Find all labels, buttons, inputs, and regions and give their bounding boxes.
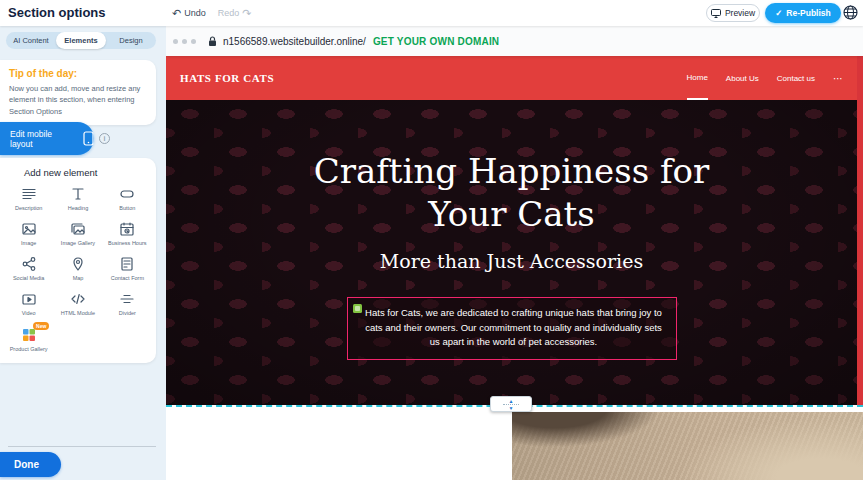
- site-header: HATS FOR CATS Home About Us Contact us ⋯: [166, 56, 857, 100]
- element-drag-handle-icon[interactable]: [353, 304, 362, 313]
- redo-icon: ↷: [242, 8, 251, 19]
- edit-mobile-layout-button[interactable]: Edit mobile layout: [0, 122, 94, 155]
- edit-mobile-label: Edit mobile layout: [10, 129, 77, 149]
- video-icon: [21, 291, 37, 307]
- hero-section: Crafting Happiness for Your Cats More th…: [166, 100, 857, 405]
- social-media-icon: [21, 256, 37, 272]
- site-url: n1566589.websitebuilder.online/: [223, 36, 366, 47]
- republish-button[interactable]: ✓ Re-Publish: [765, 3, 841, 23]
- hero-heading[interactable]: Crafting Happiness for Your Cats: [297, 150, 727, 236]
- top-bar: Section options ↶ Undo Redo ↷ Preview ✓ …: [0, 0, 863, 26]
- get-domain-link[interactable]: GET YOUR OWN DOMAIN: [373, 36, 499, 47]
- undo-icon: ↶: [172, 8, 181, 19]
- browser-bar: n1566589.websitebuilder.online/ GET YOUR…: [166, 26, 863, 56]
- new-badge: New: [33, 322, 49, 330]
- monitor-icon: [711, 9, 721, 18]
- redo-button[interactable]: Redo ↷: [218, 8, 252, 19]
- add-element-title: Add new element: [4, 167, 152, 178]
- undo-label: Undo: [184, 8, 206, 18]
- nav-contact-us[interactable]: Contact us: [777, 56, 815, 100]
- history-controls: ↶ Undo Redo ↷: [172, 0, 251, 26]
- phone-icon: [83, 131, 94, 146]
- element-heading[interactable]: Heading: [53, 186, 102, 212]
- window-dot: [191, 39, 196, 44]
- element-product-gallery[interactable]: New Product Gallery: [4, 327, 53, 353]
- check-icon: ✓: [775, 8, 782, 18]
- description-icon: [21, 186, 37, 202]
- site-nav: Home About Us Contact us ⋯: [687, 56, 844, 100]
- image-icon: [21, 221, 37, 237]
- editor-canvas: n1566589.websitebuilder.online/ GET YOUR…: [166, 26, 863, 480]
- sidebar: AI Content Elements Design Tip of the da…: [0, 26, 166, 480]
- heading-icon: [70, 186, 86, 202]
- globe-icon: [843, 5, 858, 20]
- app-window: Section options ↶ Undo Redo ↷ Preview ✓ …: [0, 0, 863, 480]
- tip-card: Tip of the day: Now you can add, move an…: [0, 60, 156, 125]
- element-html-module[interactable]: HTML Module: [53, 291, 102, 317]
- element-image-gallery[interactable]: Image Gallery: [53, 221, 102, 247]
- map-icon: [70, 256, 86, 272]
- republish-label: Re-Publish: [786, 8, 830, 18]
- image-gallery-icon: [70, 221, 86, 237]
- sidebar-tabs: AI Content Elements Design: [6, 32, 156, 49]
- element-grid: Description Heading Button Image Image G…: [4, 186, 152, 353]
- arrow-up-icon: ▲: [509, 399, 514, 403]
- section-resize-handle[interactable]: ▲ ▼: [490, 396, 532, 412]
- contact-form-icon: [119, 256, 135, 272]
- tip-body: Now you can add, move and resize any ele…: [9, 83, 146, 117]
- arrow-down-icon: ▼: [509, 406, 514, 410]
- window-dot: [182, 39, 187, 44]
- element-divider[interactable]: Divider: [103, 291, 152, 317]
- nav-more-icon[interactable]: ⋯: [833, 56, 843, 100]
- next-section-image[interactable]: [512, 412, 863, 480]
- divider-icon: [119, 291, 135, 307]
- window-dot: [173, 39, 178, 44]
- hero-body-text: Hats for Cats, we are dedicated to craft…: [364, 306, 664, 350]
- lock-icon: [208, 36, 217, 47]
- hero-text-element[interactable]: Hats for Cats, we are dedicated to craft…: [347, 297, 677, 360]
- add-element-panel: Add new element Description Heading Butt…: [0, 158, 156, 363]
- nav-about-us[interactable]: About Us: [726, 56, 759, 100]
- undo-button[interactable]: ↶ Undo: [172, 8, 206, 19]
- nav-home[interactable]: Home: [687, 56, 708, 100]
- site-overflow-strip: [857, 56, 863, 405]
- element-social-media[interactable]: Social Media: [4, 256, 53, 282]
- done-button[interactable]: Done: [0, 452, 61, 477]
- html-module-icon: [70, 291, 86, 307]
- page-title: Section options: [8, 5, 106, 20]
- element-contact-form[interactable]: Contact Form: [103, 256, 152, 282]
- redo-label: Redo: [218, 8, 240, 18]
- element-business-hours[interactable]: Business Hours: [103, 221, 152, 247]
- preview-button[interactable]: Preview: [706, 4, 760, 22]
- business-hours-icon: [119, 221, 135, 237]
- element-map[interactable]: Map: [53, 256, 102, 282]
- tip-title: Tip of the day:: [9, 68, 146, 79]
- site-logo[interactable]: HATS FOR CATS: [180, 72, 274, 84]
- info-icon[interactable]: i: [99, 133, 110, 144]
- preview-label: Preview: [725, 8, 755, 18]
- element-video[interactable]: Video: [4, 291, 53, 317]
- button-icon: [119, 186, 135, 202]
- sidebar-divider: [8, 446, 156, 447]
- element-button[interactable]: Button: [103, 186, 152, 212]
- tab-elements[interactable]: Elements: [56, 32, 106, 49]
- tab-ai-content[interactable]: AI Content: [6, 32, 56, 49]
- site-preview: HATS FOR CATS Home About Us Contact us ⋯…: [166, 56, 857, 405]
- tab-design[interactable]: Design: [106, 32, 156, 49]
- hero-subheading[interactable]: More than Just Accessories: [380, 250, 643, 272]
- element-description[interactable]: Description: [4, 186, 53, 212]
- element-image[interactable]: Image: [4, 221, 53, 247]
- language-globe-button[interactable]: [843, 5, 858, 20]
